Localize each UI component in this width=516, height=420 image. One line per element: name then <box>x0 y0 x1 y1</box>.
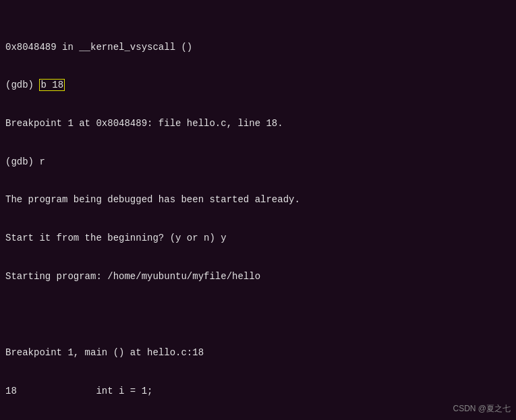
line-18-int-i: 18 int i = 1; <box>5 385 511 398</box>
line-bp1-main: Breakpoint 1, main () at hello.c:18 <box>5 347 511 359</box>
cmd-b18-highlight: b 18 <box>39 79 65 91</box>
terminal-window: 0x8048489 in __kernel_vsyscall () (gdb) … <box>0 0 516 420</box>
watermark: CSDN @夏之七 <box>453 403 511 415</box>
line-gdb-r: (gdb) r <box>5 156 511 169</box>
line-kernel: 0x8048489 in __kernel_vsyscall () <box>5 41 511 54</box>
line-breakpoint: Breakpoint 1 at 0x8048489: file hello.c,… <box>5 117 511 130</box>
line-starting: Starting program: /home/myubuntu/myfile/… <box>5 270 511 283</box>
line-blank1 <box>5 308 511 321</box>
terminal-content: 0x8048489 in __kernel_vsyscall () (gdb) … <box>5 3 511 420</box>
line-already: The program being debugged has been star… <box>5 193 511 206</box>
line-b18: (gdb) b 18 <box>5 79 511 92</box>
line-beginning: Start it from the beginning? (y or n) y <box>5 232 511 245</box>
